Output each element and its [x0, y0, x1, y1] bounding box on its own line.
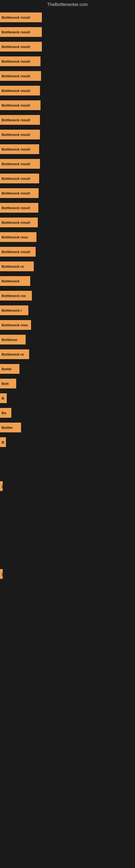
bar-row: Bottleneck result — [0, 25, 135, 39]
result-bar[interactable]: Bottleneck result — [0, 56, 41, 66]
bar-label: Bottleneck — [2, 279, 19, 283]
bar-row: Bottleneck result — [0, 98, 135, 112]
bar-row — [0, 450, 135, 464]
bar-label: Bottleneck resu — [2, 235, 28, 239]
bar-label: Bottleneck result — [2, 162, 30, 166]
bar-label: Bottleneck result — [2, 89, 30, 93]
bar-row: Bottleneck result — [0, 201, 135, 215]
result-bar[interactable]: B — [0, 437, 6, 447]
result-bar[interactable]: Bottleneck result — [0, 100, 41, 110]
bar-label: Bottleneck result — [2, 74, 30, 78]
bar-row — [0, 508, 135, 522]
bar-row: Bott — [0, 376, 135, 391]
bar-label: Bott — [2, 382, 9, 386]
result-bar[interactable]: | — [0, 569, 3, 579]
bar-label: Bottleneck result — [2, 103, 30, 107]
bar-label: Bottleneck re — [2, 352, 24, 356]
bar-row: Bottleneck r — [0, 303, 135, 317]
result-bar[interactable]: Bottleneck re — [0, 349, 29, 359]
bar-label: Bottleneck resu — [2, 323, 28, 327]
bar-label: Bottlenec — [2, 338, 17, 342]
result-bar[interactable]: Bott — [0, 379, 16, 389]
bar-row: B — [0, 391, 135, 405]
bar-label: Bottleneck result — [2, 59, 30, 63]
bar-row: Bottleneck re — [0, 259, 135, 273]
bar-row: Bottleneck result — [0, 157, 135, 171]
bar-label: Bottleneck result — [2, 147, 30, 151]
bar-row: Bottleneck result — [0, 54, 135, 68]
bar-row: Bottleneck result — [0, 113, 135, 127]
result-bar[interactable]: Bottleneck — [0, 276, 30, 286]
bar-row: Bottleneck result — [0, 245, 135, 259]
result-bar[interactable]: Bottleneck result — [0, 174, 39, 183]
result-bar[interactable]: Bottleneck result — [0, 203, 38, 213]
result-bar[interactable]: Bottleneck re — [0, 261, 34, 271]
bar-row: Bottleneck resu — [0, 318, 135, 332]
result-bar[interactable]: Bottler — [0, 423, 21, 432]
result-bar[interactable]: Bo — [0, 408, 11, 418]
bar-row: Bottleneck result — [0, 142, 135, 156]
bar-label: Bottleneck result — [2, 133, 30, 137]
bar-row: Bottleneck result — [0, 172, 135, 186]
bar-row — [0, 494, 135, 508]
bar-label: Bo — [2, 411, 6, 415]
result-bar[interactable]: Bottleneck result — [0, 159, 40, 169]
bar-row — [0, 523, 135, 537]
result-bar[interactable]: Bottleneck result — [0, 115, 40, 125]
bar-label: Bottleneck result — [2, 45, 30, 49]
bar-label: Bottler — [2, 426, 13, 430]
bars-section: Bottleneck resultBottleneck resultBottle… — [0, 9, 135, 583]
result-bar[interactable]: Bottleneck res — [0, 291, 32, 301]
bar-label: Bottleneck result — [2, 30, 30, 34]
bar-row: | — [0, 567, 135, 581]
bar-row: | — [0, 479, 135, 493]
result-bar[interactable]: Bottleneck result — [0, 130, 40, 140]
result-bar[interactable]: Bottleneck result — [0, 12, 42, 22]
result-bar[interactable]: Bottleneck result — [0, 247, 36, 257]
bar-row: Bottleneck re — [0, 347, 135, 361]
bar-row: Bottleneck result — [0, 215, 135, 229]
bar-row — [0, 552, 135, 566]
bar-row: Bottleneck result — [0, 84, 135, 98]
bar-row: B — [0, 435, 135, 449]
bar-label: B — [2, 440, 4, 444]
result-bar[interactable]: Bottleneck result — [0, 27, 42, 37]
bar-label: | — [2, 572, 3, 576]
bar-row: Bottleneck result — [0, 186, 135, 200]
bar-row: Bottlenec — [0, 333, 135, 347]
bar-row — [0, 538, 135, 552]
result-bar[interactable]: Bottleneck result — [0, 144, 39, 154]
bar-row: Bottleneck result — [0, 40, 135, 54]
bar-label: Bottleneck re — [2, 265, 24, 269]
bar-row: Bottle — [0, 362, 135, 376]
bar-label: Bottleneck res — [2, 294, 26, 298]
bar-label: Bottleneck result — [2, 16, 30, 20]
result-bar[interactable]: Bottleneck result — [0, 218, 38, 227]
result-bar[interactable]: Bottlenec — [0, 335, 26, 344]
bar-row: Bottleneck — [0, 274, 135, 288]
result-bar[interactable]: | — [0, 481, 3, 491]
bar-row: Bottleneck result — [0, 10, 135, 24]
bar-row — [0, 464, 135, 478]
bar-label: Bottleneck result — [2, 177, 30, 181]
result-bar[interactable]: Bottleneck r — [0, 305, 28, 315]
result-bar[interactable]: B — [0, 393, 7, 403]
bar-label: Bottleneck result — [2, 250, 30, 254]
bar-row: Bottleneck result — [0, 127, 135, 142]
bar-label: Bottleneck result — [2, 220, 30, 225]
result-bar[interactable]: Bottleneck resu — [0, 232, 37, 242]
result-bar[interactable]: Bottleneck result — [0, 71, 41, 81]
result-bar[interactable]: Bottle — [0, 364, 19, 374]
bar-label: | — [2, 484, 3, 488]
bar-label: B — [2, 396, 4, 400]
bar-row: Bottleneck resu — [0, 230, 135, 244]
result-bar[interactable]: Bottleneck result — [0, 42, 42, 52]
result-bar[interactable]: Bottleneck result — [0, 86, 40, 95]
bar-label: Bottleneck result — [2, 191, 30, 195]
site-title: TheBottlenecker.com — [0, 0, 135, 9]
bar-label: Bottleneck r — [2, 308, 22, 312]
result-bar[interactable]: Bottleneck result — [0, 188, 39, 198]
result-bar[interactable]: Bottleneck resu — [0, 320, 31, 330]
bar-label: Bottleneck result — [2, 206, 30, 210]
bar-label: Bottleneck result — [2, 118, 30, 122]
